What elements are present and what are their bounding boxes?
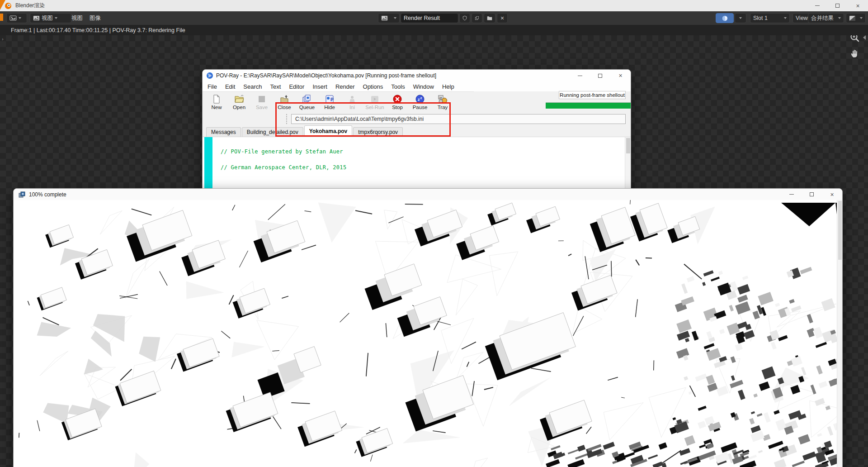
- menu-file[interactable]: File: [203, 83, 221, 90]
- chevron-down-icon: [860, 17, 863, 19]
- toolbar-grip: [286, 114, 287, 124]
- povray-minimize-button[interactable]: [570, 70, 590, 81]
- fake-user-shield-button[interactable]: [459, 13, 470, 23]
- display-image-icon: [849, 15, 856, 21]
- povray-titlebar[interactable]: P POV-Ray - E:\RaySAR\RaySAR\Model\Objec…: [203, 70, 631, 81]
- open-image-button[interactable]: [484, 13, 495, 23]
- pause-icon: z z: [415, 94, 425, 104]
- menu-text[interactable]: Text: [266, 83, 285, 90]
- tab-yokohama[interactable]: Yokohama.pov: [304, 125, 352, 137]
- save-icon: [257, 94, 267, 104]
- povray-window-controls: ×: [570, 70, 631, 81]
- tray-icon: 38: [438, 94, 448, 104]
- image-datablock-browse-dropdown[interactable]: [378, 13, 400, 23]
- image-name-field[interactable]: Render Result: [401, 13, 458, 23]
- folder-icon: [487, 15, 492, 21]
- editor-scrollbar-thumb[interactable]: [626, 138, 630, 153]
- blender-maximize-button[interactable]: [827, 0, 848, 11]
- panel-expand-arrow[interactable]: ›: [2, 36, 4, 42]
- render-maximize-button[interactable]: [802, 189, 822, 200]
- render-scrollbar-thumb[interactable]: [838, 201, 842, 260]
- render-result-window-icon: [18, 191, 25, 198]
- povray-maximize-button[interactable]: [590, 70, 610, 81]
- new-image-button[interactable]: [472, 13, 482, 23]
- ini-path-combobox[interactable]: C:\Users\admin\AppData\Local\Temp\tmpy6g…: [291, 114, 626, 124]
- shield-icon: [462, 15, 467, 21]
- close-file-icon: [279, 94, 289, 104]
- menu-tools[interactable]: Tools: [387, 83, 409, 90]
- render-image-area: [14, 200, 842, 467]
- svg-text:P: P: [330, 97, 334, 102]
- unlink-image-button[interactable]: ×: [497, 13, 508, 23]
- render-close-button[interactable]: ×: [822, 189, 842, 200]
- chevron-down-icon: [739, 17, 742, 19]
- open-button[interactable]: Open: [228, 92, 250, 112]
- blender-menu-image[interactable]: 图像: [86, 11, 104, 25]
- open-folder-icon: [234, 94, 244, 104]
- image-pin-toggle[interactable]: [716, 13, 734, 23]
- tab-tmp-pov[interactable]: tmpx6rqorsy.pov: [353, 127, 403, 137]
- slot-dropdown[interactable]: Slot 1: [750, 13, 790, 23]
- blender-minimize-button[interactable]: [807, 0, 827, 11]
- render-sphere-icon: [722, 15, 728, 22]
- povray-logo-icon: P: [206, 72, 213, 79]
- pin-dropdown[interactable]: [735, 13, 746, 23]
- render-status-box: Running post-frame shellout: [559, 91, 626, 99]
- render-status-line: Frame:1 | Last:00:17.40 Time:00:11.25 | …: [0, 25, 868, 35]
- region-collapse-chevron[interactable]: [863, 35, 866, 40]
- blender-close-button[interactable]: ×: [848, 0, 868, 11]
- blender-menu-view[interactable]: 视图: [68, 11, 86, 25]
- background-window-fragment: [0, 14, 3, 21]
- new-button[interactable]: New: [205, 92, 228, 112]
- render-result-titlebar[interactable]: 100% complete ×: [14, 189, 842, 200]
- menu-options[interactable]: Options: [359, 83, 387, 90]
- save-button[interactable]: Save: [250, 92, 273, 112]
- stop-button[interactable]: Stop: [386, 92, 409, 112]
- render-scrollbar[interactable]: [837, 200, 842, 467]
- render-result-window-controls: ×: [781, 189, 842, 200]
- povray-toolbar: New Open Save: [203, 91, 474, 112]
- render-minimize-button[interactable]: [781, 189, 802, 200]
- close-button[interactable]: Close: [273, 92, 296, 112]
- menu-help[interactable]: Help: [438, 83, 458, 90]
- render-progress-bar: [546, 102, 631, 109]
- chevron-down-icon: [394, 17, 396, 19]
- tab-building-detailed[interactable]: Building_detailed.pov: [242, 127, 303, 137]
- menu-editor[interactable]: Editor: [285, 83, 308, 90]
- povray-window-title: POV-Ray - E:\RaySAR\RaySAR\Model\Object\…: [216, 72, 436, 79]
- ini-button[interactable]: Ini: [341, 92, 363, 112]
- povray-menubar: File Edit Search Text Editor Insert Rend…: [203, 81, 631, 91]
- editor-tab-bar: Messages Building_detailed.pov Yokohama.…: [203, 126, 631, 137]
- povray-close-button[interactable]: ×: [610, 70, 631, 81]
- hide-button[interactable]: P Hide: [318, 92, 341, 112]
- blender-window-title: Blender渲染: [15, 2, 45, 10]
- blender-image-editor-header: 视图 视图 图像 Render Result: [0, 11, 868, 25]
- stop-icon: [392, 94, 402, 104]
- menu-edit[interactable]: Edit: [221, 83, 239, 90]
- pan-tool-button[interactable]: [847, 45, 863, 61]
- hide-icon: P: [325, 94, 335, 104]
- svg-text:P: P: [208, 74, 212, 78]
- menu-render[interactable]: Render: [331, 83, 359, 90]
- sel-run-button[interactable]: Sel-Run: [363, 92, 386, 112]
- editor-type-dropdown[interactable]: [6, 13, 27, 23]
- display-channels-dropdown[interactable]: [846, 13, 866, 23]
- queue-button[interactable]: Queue: [296, 92, 318, 112]
- menu-window[interactable]: Window: [409, 83, 438, 90]
- menu-search[interactable]: Search: [239, 83, 266, 90]
- blender-window-controls: ×: [807, 0, 868, 11]
- queue-icon: [302, 94, 312, 104]
- render-pass-dropdown[interactable]: 合并结果: [808, 13, 844, 23]
- render-image: [14, 200, 837, 467]
- svg-text:z: z: [420, 96, 422, 100]
- tray-button[interactable]: 38 Tray: [431, 92, 454, 112]
- tab-messages[interactable]: Messages: [206, 127, 241, 137]
- pause-button[interactable]: z z Pause: [409, 92, 431, 112]
- sel-run-icon: [370, 94, 380, 104]
- menu-insert[interactable]: Insert: [308, 83, 331, 90]
- chevron-down-icon: [838, 17, 841, 19]
- editor-mode-dropdown[interactable]: 视图: [30, 13, 71, 23]
- image-icon: [381, 15, 388, 22]
- desktop: Blender渲染 × 视图 视图: [0, 0, 868, 467]
- editor-mode-label: 视图: [42, 14, 53, 22]
